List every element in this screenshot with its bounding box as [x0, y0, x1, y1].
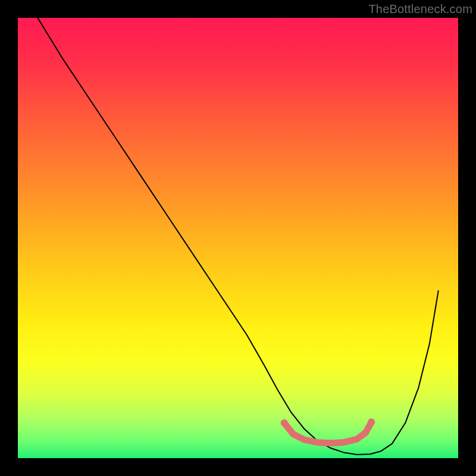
- bottleneck-chart: [0, 0, 476, 476]
- watermark-text: TheBottleneck.com: [368, 2, 472, 16]
- svg-point-1: [368, 418, 375, 425]
- gradient-plot-area: [18, 18, 458, 458]
- svg-point-0: [281, 419, 288, 427]
- chart-container: TheBottleneck.com: [0, 0, 476, 476]
